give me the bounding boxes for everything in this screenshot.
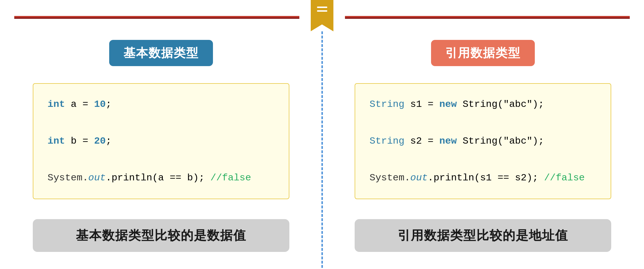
system-keyword-left: System.	[48, 172, 88, 183]
right-code-line-4	[369, 150, 596, 169]
right-code-line-1: String s1 = new String("abc");	[369, 95, 596, 114]
left-code-line-5: System.out.println(a == b); //false	[48, 169, 275, 187]
kw-new-2: new	[439, 136, 457, 146]
left-code-line-1: int a = 10;	[48, 95, 275, 114]
comment-false-left: //false	[210, 172, 251, 183]
center-divider-line	[321, 31, 323, 268]
left-title-text: 基本数据类型	[123, 46, 199, 60]
right-description-text: 引用数据类型比较的是地址值	[398, 228, 568, 242]
bookmark-shape	[311, 0, 334, 31]
top-line-right	[345, 16, 630, 19]
bookmark-line-2	[317, 10, 327, 12]
right-title-badge: 引用数据类型	[431, 40, 535, 66]
right-code-line-3: String s2 = new String("abc");	[369, 132, 596, 150]
num-20: 20	[94, 136, 106, 146]
left-code-line-2	[48, 114, 275, 132]
left-description-box: 基本数据类型比较的是数据值	[33, 219, 289, 252]
right-code-line-2	[369, 114, 596, 132]
left-code-block: int a = 10; int b = 20; System.out.print…	[33, 83, 289, 199]
left-code-line-4	[48, 150, 275, 169]
out-keyword-right: out	[410, 172, 428, 183]
left-description-text: 基本数据类型比较的是数据值	[76, 228, 246, 242]
kw-int-2: int	[48, 136, 65, 146]
top-line-left	[14, 16, 299, 19]
left-code-line-3: int b = 20;	[48, 132, 275, 150]
left-panel: 基本数据类型 int a = 10; int b = 20; System.ou…	[0, 34, 322, 269]
left-title-badge: 基本数据类型	[109, 40, 213, 66]
cls-string-1: String	[369, 99, 404, 110]
bookmark-line-1	[317, 7, 327, 8]
right-title-text: 引用数据类型	[445, 46, 521, 60]
right-description-box: 引用数据类型比较的是地址值	[355, 219, 611, 252]
out-keyword-left: out	[88, 172, 106, 183]
kw-new-1: new	[439, 99, 457, 110]
kw-int-1: int	[48, 99, 65, 110]
comment-false-right: //false	[544, 172, 585, 183]
cls-string-2: String	[369, 136, 404, 146]
right-panel: 引用数据类型 String s1 = new String("abc"); St…	[322, 34, 644, 269]
bookmark-icon	[311, 0, 334, 31]
right-code-block: String s1 = new String("abc"); String s2…	[355, 83, 611, 199]
right-code-line-5: System.out.println(s1 == s2); //false	[369, 169, 596, 187]
bookmark-lines	[317, 7, 327, 31]
num-10: 10	[94, 99, 106, 110]
system-keyword-right: System.	[369, 172, 410, 183]
